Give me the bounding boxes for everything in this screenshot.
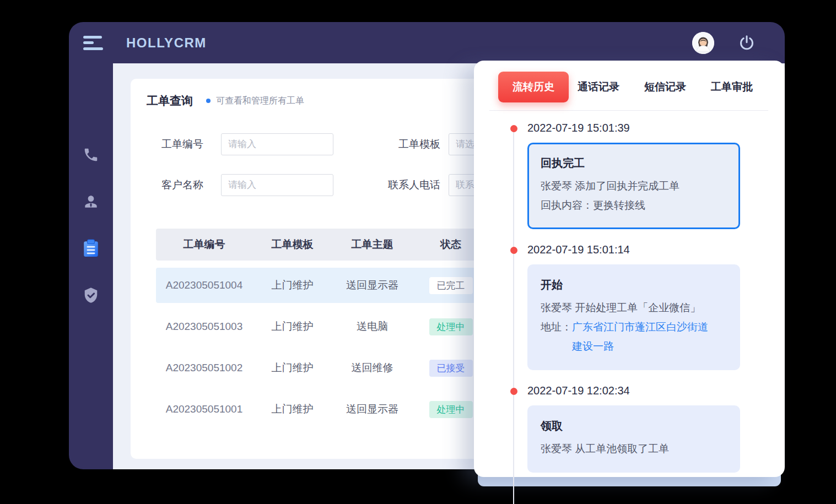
timeline-card-title: 回执完工 — [541, 156, 727, 171]
timeline-card-title: 开始 — [541, 278, 727, 292]
order-no-input[interactable] — [221, 133, 333, 155]
phone-icon[interactable] — [82, 146, 100, 164]
avatar[interactable] — [692, 32, 714, 54]
timeline-entry: 2022-07-19 15:01:14 开始 张爱琴 开始处理工单「企业微信」地… — [474, 243, 785, 370]
work-orders-icon[interactable] — [82, 240, 100, 257]
status-badge: 处理中 — [429, 318, 473, 335]
timeline-card[interactable]: 开始 张爱琴 开始处理工单「企业微信」地址：广东省江门市蓬江区白沙街道建设一路 — [527, 264, 740, 370]
customer-input[interactable] — [221, 174, 333, 196]
detail-panel: 流转历史通话记录短信记录工单审批 2022-07-19 15:01:39 回执完… — [474, 61, 785, 477]
contacts-icon[interactable] — [82, 193, 100, 210]
brand-logo: HOLLYCRM — [126, 35, 207, 51]
cell-order-no: A202305051004 — [156, 279, 252, 291]
timeline-timestamp: 2022-07-19 15:01:14 — [527, 243, 785, 256]
tab-history[interactable]: 流转历史 — [498, 72, 569, 102]
timeline-timestamp: 2022-07-19 12:02:34 — [527, 384, 785, 397]
cell-template: 上门维护 — [252, 278, 332, 292]
timeline-text: 张爱琴 添加了回执并完成工单 — [541, 176, 727, 196]
red-dot-icon — [510, 247, 517, 254]
red-dot-icon — [510, 125, 517, 132]
cell-order-no: A202305051001 — [156, 403, 252, 415]
timeline: 2022-07-19 15:01:39 回执完工 张爱琴 添加了回执并完成工单回… — [474, 111, 785, 473]
col-header: 工单模板 — [252, 237, 332, 252]
status-badge: 已完工 — [429, 277, 473, 294]
status-badge: 已接受 — [429, 360, 473, 377]
tab-approval[interactable]: 工单审批 — [711, 80, 753, 94]
power-icon[interactable] — [738, 35, 755, 51]
cell-order-no: A202305051002 — [156, 362, 252, 374]
timeline-text: 回执内容：更换转接线 — [541, 196, 727, 215]
col-header: 工单编号 — [156, 237, 252, 252]
app-bar: HOLLYCRM — [69, 22, 785, 63]
timeline-entry: 2022-07-19 12:02:34 领取 张爱琴 从工单池领取了工单 — [474, 384, 785, 473]
cell-subject: 送回显示器 — [332, 402, 412, 416]
cell-template: 上门维护 — [252, 319, 332, 334]
contact-phone-label: 联系人电话 — [333, 178, 440, 192]
cell-template: 上门维护 — [252, 402, 332, 416]
cell-subject: 送回显示器 — [332, 278, 412, 292]
template-label: 工单模板 — [333, 137, 440, 151]
tab-calls[interactable]: 通话记录 — [578, 80, 619, 94]
status-badge: 处理中 — [429, 401, 473, 418]
blue-dot-icon — [206, 99, 211, 103]
cell-order-no: A202305051003 — [156, 321, 252, 333]
timeline-text: 地址：广东省江门市蓬江区白沙街道建设一路 — [541, 317, 727, 356]
cell-template: 上门维护 — [252, 361, 332, 375]
timeline-card[interactable]: 领取 张爱琴 从工单池领取了工单 — [527, 405, 740, 473]
customer-label: 客户名称 — [161, 178, 209, 192]
sidebar — [69, 63, 113, 469]
timeline-text: 张爱琴 开始处理工单「企业微信」 — [541, 298, 727, 317]
timeline-entry: 2022-07-19 15:01:39 回执完工 张爱琴 添加了回执并完成工单回… — [474, 122, 785, 229]
panel-tabs: 流转历史通话记录短信记录工单审批 — [474, 61, 785, 102]
timeline-card-title: 领取 — [541, 419, 727, 433]
hamburger-menu-icon[interactable] — [83, 36, 103, 50]
security-shield-icon[interactable] — [82, 286, 100, 304]
col-header: 工单主题 — [332, 237, 412, 252]
timeline-card[interactable]: 回执完工 张爱琴 添加了回执并完成工单回执内容：更换转接线 — [527, 143, 740, 229]
tab-sms[interactable]: 短信记录 — [644, 80, 686, 94]
page-subtitle: 可查看和管理所有工单 — [216, 95, 304, 107]
timeline-text: 张爱琴 从工单池领取了工单 — [541, 439, 727, 458]
timeline-timestamp: 2022-07-19 15:01:39 — [527, 122, 785, 134]
page-title: 工单查询 — [147, 93, 193, 109]
order-no-label: 工单编号 — [161, 137, 209, 151]
cell-subject: 送电脑 — [332, 319, 412, 334]
address-link[interactable]: 广东省江门市蓬江区白沙街道建设一路 — [572, 317, 713, 356]
red-dot-icon — [510, 388, 517, 395]
cell-subject: 送回维修 — [332, 361, 412, 375]
